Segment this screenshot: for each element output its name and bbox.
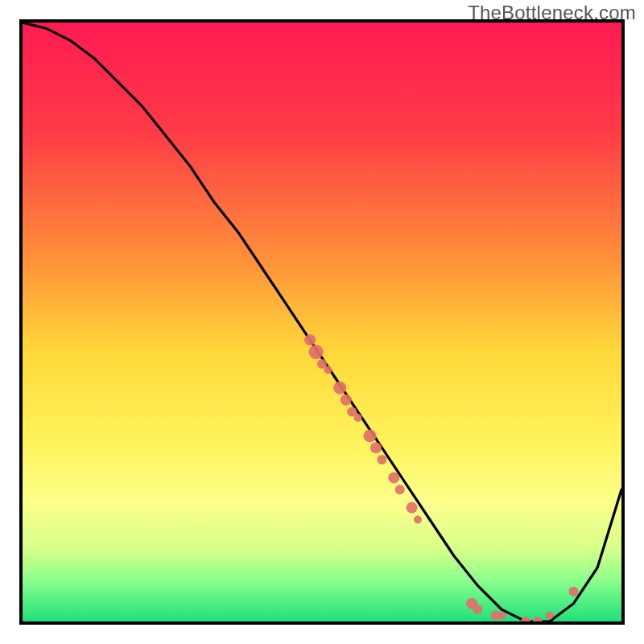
scatter-point bbox=[388, 472, 399, 483]
scatter-point bbox=[395, 485, 405, 494]
bottleneck-curve bbox=[23, 23, 621, 621]
chart-panel bbox=[19, 19, 625, 625]
scatter-point bbox=[377, 455, 386, 464]
scatter-point bbox=[497, 612, 506, 620]
scatter-point bbox=[521, 617, 530, 621]
scatter-point bbox=[414, 516, 422, 524]
scatter-point bbox=[309, 345, 324, 359]
scatter-point bbox=[304, 334, 316, 345]
scatter-point bbox=[364, 429, 377, 442]
scatter-point bbox=[324, 366, 332, 374]
scatter-points bbox=[304, 334, 578, 621]
scatter-point bbox=[370, 442, 382, 453]
scatter-point bbox=[569, 587, 579, 597]
scatter-point bbox=[407, 502, 418, 514]
scatter-point bbox=[341, 394, 352, 406]
scatter-point bbox=[546, 612, 554, 620]
chart-svg bbox=[23, 23, 621, 621]
scatter-point bbox=[333, 382, 346, 394]
scatter-point bbox=[473, 605, 482, 614]
chart-stage: TheBottleneck.com bbox=[0, 0, 644, 644]
scatter-point bbox=[533, 617, 543, 621]
scatter-point bbox=[354, 414, 362, 422]
